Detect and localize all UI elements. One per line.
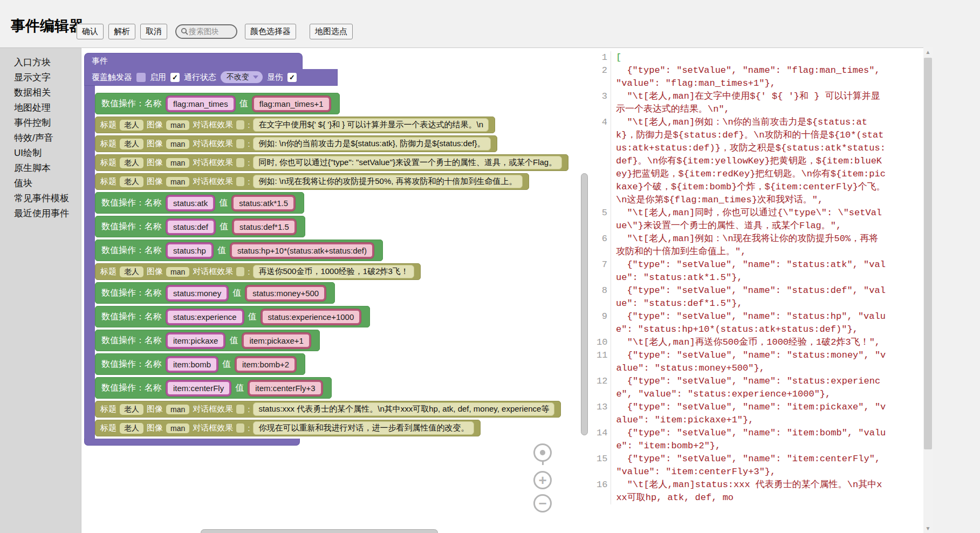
value-slot[interactable]: status:money+500 (245, 285, 326, 301)
speaker-field[interactable]: 老人 (120, 158, 143, 168)
code-line[interactable]: 15 {"type": "setValue", "name": "item:ce… (597, 453, 923, 479)
name-slot[interactable]: item:centerFly (166, 380, 231, 396)
speaker-field[interactable]: 老人 (120, 176, 143, 187)
value-slot[interactable]: status:experience+1000 (261, 309, 361, 325)
sidebar-category[interactable]: 数据相关 (0, 85, 81, 100)
sidebar-category[interactable]: 常见事件模板 (0, 191, 81, 206)
image-field[interactable]: man (166, 405, 189, 414)
code-line[interactable]: 11 {"type": "setValue", "name": "status:… (597, 349, 923, 375)
line-text[interactable]: "\t[老人,man]status:xxx 代表勇士的某个属性。\n其中xxx可… (611, 479, 887, 504)
line-text[interactable]: {"type": "setValue", "name": "flag:man_t… (611, 64, 887, 90)
setvalue-block[interactable]: 数值操作：名称 status:money 值 status:money+500 (95, 282, 335, 304)
confirm-button[interactable]: 确认 (77, 24, 104, 39)
color-picker-button[interactable]: 颜色选择器 (245, 24, 296, 39)
code-line[interactable]: 5 "\t[老人,man]同时，你也可以通过{\"type\": \"setVa… (597, 207, 923, 233)
dialog-effect-field[interactable] (236, 158, 244, 167)
zoom-out-button[interactable]: − (533, 494, 552, 512)
event-block-header[interactable]: 事件 (84, 53, 303, 69)
dialog-effect-field[interactable] (236, 120, 244, 129)
sidebar-category[interactable]: 入口方块 (0, 55, 81, 70)
event-container-block[interactable]: 事件 覆盖触发器 启用 ✓ 通行状态 不改变 显伤 ✓ 数值操作：名称 flag… (84, 53, 568, 446)
sidebar-category[interactable]: 值块 (0, 176, 81, 191)
value-slot[interactable]: flag:man_times+1 (252, 96, 331, 112)
speaker-field[interactable]: 老人 (120, 139, 143, 149)
value-slot[interactable]: item:centerFly+3 (248, 380, 322, 396)
sidebar-category[interactable]: 原生脚本 (0, 161, 81, 176)
name-slot[interactable]: flag:man_times (166, 96, 235, 112)
speaker-field[interactable]: 老人 (120, 120, 143, 131)
code-line[interactable]: 1 [ (597, 51, 923, 64)
name-slot[interactable]: status:hp (166, 243, 213, 258)
editor-scrollbar-thumb[interactable] (924, 58, 932, 449)
dialog-effect-field[interactable] (236, 139, 244, 148)
sidebar-category[interactable]: 最近使用事件 (0, 206, 81, 221)
image-field[interactable]: man (166, 267, 189, 277)
line-text[interactable]: {"type": "setValue", "name": "status:mon… (611, 349, 887, 375)
name-slot[interactable]: status:money (166, 285, 228, 301)
speaker-field[interactable]: 老人 (120, 266, 143, 277)
code-line[interactable]: 13 {"type": "setValue", "name": "item:pi… (597, 401, 923, 427)
setvalue-block[interactable]: 数值操作：名称 status:def 值 status:def*1.5 (95, 216, 305, 237)
line-text[interactable]: "\t[老人,man]同时，你也可以通过{\"type\": \"setValu… (611, 207, 887, 233)
name-slot[interactable]: status:def (166, 219, 215, 235)
dialog-title-block[interactable]: 标题 老人 图像 man 对话框效果 : 再送你500金币，1000经验，1破2… (95, 263, 421, 280)
code-line[interactable]: 2 {"type": "setValue", "name": "flag:man… (597, 64, 923, 90)
dialog-text-field[interactable]: 例如: \n现在我将让你的攻防提升50%, 再将攻防和的十倍加到生命值上。 (253, 175, 522, 188)
line-text[interactable]: {"type": "setValue", "name": "status:def… (611, 284, 887, 310)
sidebar-category[interactable]: 特效/声音 (0, 131, 81, 146)
speaker-field[interactable]: 老人 (120, 404, 143, 415)
line-text[interactable]: {"type": "setValue", "name": "item:bomb"… (611, 427, 887, 453)
dialog-effect-field[interactable] (236, 405, 244, 414)
value-slot[interactable]: item:pickaxe+1 (242, 333, 310, 348)
sidebar-category[interactable]: 显示文字 (0, 70, 81, 85)
image-field[interactable]: man (166, 139, 189, 149)
name-slot[interactable]: item:bomb (166, 357, 218, 372)
show-damage-checkbox[interactable]: ✓ (287, 73, 297, 82)
setvalue-block[interactable]: 数值操作：名称 status:hp 值 status:hp+10*(status… (95, 240, 383, 261)
dialog-title-block[interactable]: 标题 老人 图像 man 对话框效果 : 同时, 你也可以通过{"type": … (95, 154, 568, 171)
dialog-title-block[interactable]: 标题 老人 图像 man 对话框效果 : 在文字中使用${' ${ '}和 } … (95, 117, 495, 133)
setvalue-block[interactable]: 数值操作：名称 flag:man_times 值 flag:man_times+… (95, 93, 340, 114)
value-slot[interactable]: status:atk*1.5 (232, 195, 295, 211)
dialog-effect-field[interactable] (236, 423, 244, 433)
line-text[interactable]: "\t[老人,man]例如：\n现在我将让你的攻防提升50%，再将攻防和的十倍加… (611, 233, 887, 258)
code-line[interactable]: 7 {"type": "setValue", "name": "status:a… (597, 258, 923, 284)
dialog-text-field[interactable]: 在文字中使用${' ${ '}和 } 可以计算并显示一个表达式的结果。\n (253, 118, 489, 132)
code-line[interactable]: 3 "\t[老人,man]在文字中使用${' ${ '}和 } 可以计算并显示一… (597, 90, 923, 116)
value-slot[interactable]: item:bomb+2 (235, 357, 296, 372)
canvas-vertical-scrollbar[interactable] (581, 173, 588, 435)
editor-scrollbar-track[interactable]: ▲ ▼ (923, 47, 933, 533)
line-text[interactable]: [ (611, 51, 621, 64)
setvalue-block[interactable]: 数值操作：名称 status:atk 值 status:atk*1.5 (95, 192, 304, 214)
code-line[interactable]: 12 {"type": "setValue", "name": "status:… (597, 375, 923, 401)
value-slot[interactable]: status:hp+10*(status:atk+status:def) (230, 243, 374, 258)
line-text[interactable]: {"type": "setValue", "name": "status:hp"… (611, 310, 887, 336)
zoom-in-button[interactable]: + (533, 471, 552, 489)
dialog-text-field[interactable]: status:xxx 代表勇士的某个属性。\n其中xxx可取hp, atk, d… (253, 402, 554, 416)
line-text[interactable]: {"type": "setValue", "name": "status:atk… (611, 258, 887, 284)
image-field[interactable]: man (166, 120, 189, 130)
code-line[interactable]: 16 "\t[老人,man]status:xxx 代表勇士的某个属性。\n其中x… (597, 479, 923, 504)
image-field[interactable]: man (166, 158, 189, 168)
dialog-effect-field[interactable] (236, 267, 244, 276)
dialog-text-field[interactable]: 例如: \n你的当前攻击力是${status:atk}, 防御力是${statu… (253, 137, 490, 151)
canvas-horizontal-scrollbar[interactable] (201, 529, 438, 533)
dialog-title-block[interactable]: 标题 老人 图像 man 对话框效果 : status:xxx 代表勇士的某个属… (95, 401, 561, 418)
setvalue-block[interactable]: 数值操作：名称 item:bomb 值 item:bomb+2 (95, 353, 305, 375)
enable-checkbox[interactable]: ✓ (170, 73, 180, 82)
code-line[interactable]: 14 {"type": "setValue", "name": "item:bo… (597, 427, 923, 453)
dialog-text-field[interactable]: 同时, 你也可以通过{"type": "setValue"}来设置一个勇士的属性… (253, 156, 562, 169)
search-input[interactable] (189, 27, 232, 36)
code-line[interactable]: 10 "\t[老人,man]再送你500金币，1000经验，1破2炸3飞！", (597, 336, 923, 349)
pass-state-dropdown[interactable]: 不改变 (221, 71, 263, 83)
code-line[interactable]: 4 "\t[老人,man]例如：\n你的当前攻击力是${status:atk}，… (597, 116, 923, 207)
dialog-title-block[interactable]: 标题 老人 图像 man 对话框效果 : 你现在可以重新和我进行对话，进一步看到… (95, 420, 481, 436)
value-slot[interactable]: status:def*1.5 (232, 219, 296, 235)
line-text[interactable]: {"type": "setValue", "name": "item:cente… (611, 453, 887, 479)
name-slot[interactable]: item:pickaxe (166, 333, 225, 348)
dialog-text-field[interactable]: 再送你500金币，1000经验，1破2炸3飞！ (253, 265, 414, 278)
cancel-button[interactable]: 取消 (140, 24, 167, 39)
code-line[interactable]: 9 {"type": "setValue", "name": "status:h… (597, 310, 923, 336)
setvalue-block[interactable]: 数值操作：名称 item:pickaxe 值 item:pickaxe+1 (95, 330, 320, 351)
event-json-editor[interactable]: 1 [ 2 {"type": "setValue", "name": "flag… (597, 47, 923, 533)
